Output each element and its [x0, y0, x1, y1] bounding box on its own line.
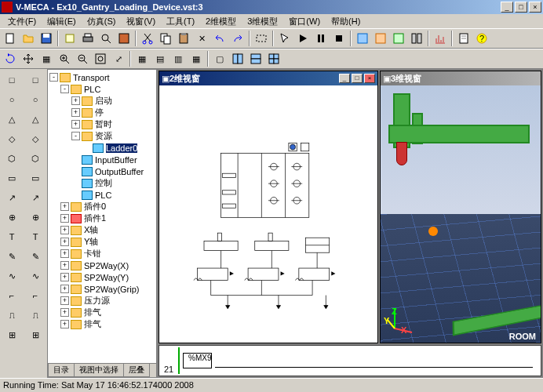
- tool-button[interactable]: ⌐: [25, 286, 46, 305]
- tool-button[interactable]: ⊞: [25, 325, 46, 344]
- grid4-icon[interactable]: ▦: [188, 50, 205, 67]
- layout4-icon[interactable]: [408, 30, 425, 47]
- tree-node[interactable]: +SP2Way(Grip): [49, 283, 155, 295]
- tree-node[interactable]: +SP2Way(Y): [49, 271, 155, 283]
- zoomall-icon[interactable]: ⤢: [110, 50, 127, 67]
- tool-button[interactable]: ○: [2, 90, 22, 109]
- minimize-button[interactable]: _: [501, 2, 513, 13]
- menu-item[interactable]: 文件(F): [3, 15, 41, 28]
- tool-button[interactable]: ✎: [2, 247, 22, 266]
- preview-icon[interactable]: [97, 30, 115, 47]
- pointer-icon[interactable]: [276, 30, 293, 47]
- tool-button[interactable]: ⊕: [25, 208, 46, 227]
- tree-node[interactable]: -PLC: [49, 83, 155, 95]
- menu-item[interactable]: 窗口(W): [284, 15, 325, 28]
- layout1-icon[interactable]: [354, 30, 371, 47]
- zoomin-icon[interactable]: [56, 50, 73, 67]
- tool-button[interactable]: ∿: [25, 267, 46, 285]
- tool-button[interactable]: T: [25, 227, 46, 246]
- tree-node[interactable]: +停: [49, 107, 155, 118]
- zoomout-icon[interactable]: [74, 50, 91, 67]
- play-icon[interactable]: [294, 30, 312, 47]
- tool-button[interactable]: ◇: [2, 129, 22, 148]
- min-icon[interactable]: _: [339, 74, 350, 83]
- tool-button[interactable]: ⬡: [2, 149, 22, 168]
- tree-node[interactable]: -资源: [49, 130, 155, 142]
- doc-icon[interactable]: [455, 30, 472, 47]
- menu-item[interactable]: 2维模型: [201, 15, 241, 28]
- tool-button[interactable]: ⊞: [2, 325, 22, 344]
- tree-node[interactable]: +暂时: [49, 118, 155, 130]
- tree-node[interactable]: +插件1: [49, 212, 155, 224]
- undo-icon[interactable]: [211, 30, 228, 47]
- chart-icon[interactable]: [432, 30, 449, 47]
- save-icon[interactable]: [38, 30, 55, 47]
- tree-node[interactable]: +排气: [49, 318, 155, 330]
- tree-node[interactable]: +插件0: [49, 201, 155, 212]
- menu-item[interactable]: 视窗(V): [122, 15, 160, 28]
- tree-tab[interactable]: 层叠: [123, 364, 150, 377]
- grid2-icon[interactable]: ▤: [151, 50, 169, 67]
- stop-icon[interactable]: [330, 30, 348, 47]
- view1-icon[interactable]: ▢: [211, 50, 228, 67]
- tool-button[interactable]: ⎍: [25, 306, 46, 325]
- tool-button[interactable]: □: [2, 71, 22, 89]
- print-icon[interactable]: [79, 30, 97, 47]
- zoomfit-icon[interactable]: [92, 50, 109, 67]
- tool-button[interactable]: ○: [25, 90, 46, 109]
- redo-icon[interactable]: [229, 30, 246, 47]
- delete-icon[interactable]: ✕: [193, 30, 210, 47]
- tree-root[interactable]: -Transport: [49, 71, 155, 83]
- pause-icon[interactable]: [312, 30, 330, 47]
- layout3-icon[interactable]: [390, 30, 407, 47]
- tool-button[interactable]: ▭: [25, 169, 46, 187]
- tree-node[interactable]: +Y轴: [49, 236, 155, 248]
- view4-icon[interactable]: [265, 50, 282, 67]
- window-2d-header[interactable]: ▣ 2维视窗 _ □ ×: [159, 71, 377, 85]
- tool-button[interactable]: ⎍: [2, 306, 22, 325]
- tool-button[interactable]: ⌐: [2, 286, 22, 305]
- tree-node[interactable]: 控制: [49, 177, 155, 189]
- save2-icon[interactable]: [115, 30, 133, 47]
- rect-icon[interactable]: [253, 30, 270, 47]
- close-icon[interactable]: ×: [364, 74, 375, 83]
- layout2-icon[interactable]: [372, 30, 389, 47]
- tree-node[interactable]: +压力源: [49, 295, 155, 307]
- tool-button[interactable]: ✎: [25, 247, 46, 266]
- ref-icon[interactable]: ▦: [38, 50, 55, 67]
- max-icon[interactable]: □: [352, 74, 363, 83]
- cut-icon[interactable]: [139, 30, 156, 47]
- tree-tab[interactable]: 视图中选择: [74, 364, 124, 377]
- window-3d-header[interactable]: ▣ 3维视窗: [381, 71, 541, 85]
- tree-node[interactable]: +卡钳: [49, 248, 155, 260]
- tree-node[interactable]: +SP2Way(X): [49, 260, 155, 271]
- lib-icon[interactable]: [61, 30, 78, 47]
- menu-item[interactable]: 编辑(E): [42, 15, 81, 28]
- tree-node[interactable]: OutputBuffer: [49, 165, 155, 177]
- menu-item[interactable]: 3维模型: [242, 15, 282, 28]
- close-button[interactable]: ×: [529, 2, 541, 13]
- tree-node[interactable]: Ladder0: [49, 142, 155, 154]
- tree-node[interactable]: InputBuffer: [49, 154, 155, 165]
- grid1-icon[interactable]: ▦: [133, 50, 151, 67]
- menu-item[interactable]: 工具(T): [162, 15, 199, 28]
- menu-item[interactable]: 帮助(H): [326, 15, 365, 28]
- tool-button[interactable]: T: [2, 227, 22, 246]
- tool-button[interactable]: ◇: [25, 129, 46, 148]
- tree-tab[interactable]: 目录: [48, 364, 75, 377]
- tool-button[interactable]: ∿: [2, 267, 22, 285]
- tool-button[interactable]: ↗: [25, 188, 46, 207]
- rotate-icon[interactable]: [2, 50, 19, 67]
- tree-body[interactable]: -Transport -PLC+启动+停+暂时-资源Ladder0InputBu…: [48, 70, 156, 363]
- view3d-canvas[interactable]: ZYX ROOM: [381, 85, 541, 343]
- paste-icon[interactable]: [175, 30, 192, 47]
- new-icon[interactable]: [2, 30, 19, 47]
- tree-node[interactable]: +排气: [49, 307, 155, 318]
- diagram-canvas[interactable]: [159, 85, 377, 343]
- tool-button[interactable]: ⊕: [2, 208, 22, 227]
- pan-icon[interactable]: [20, 50, 37, 67]
- tool-button[interactable]: □: [25, 71, 46, 89]
- tool-button[interactable]: ▭: [2, 169, 22, 187]
- view2-icon[interactable]: [229, 50, 246, 67]
- maximize-button[interactable]: □: [515, 2, 527, 13]
